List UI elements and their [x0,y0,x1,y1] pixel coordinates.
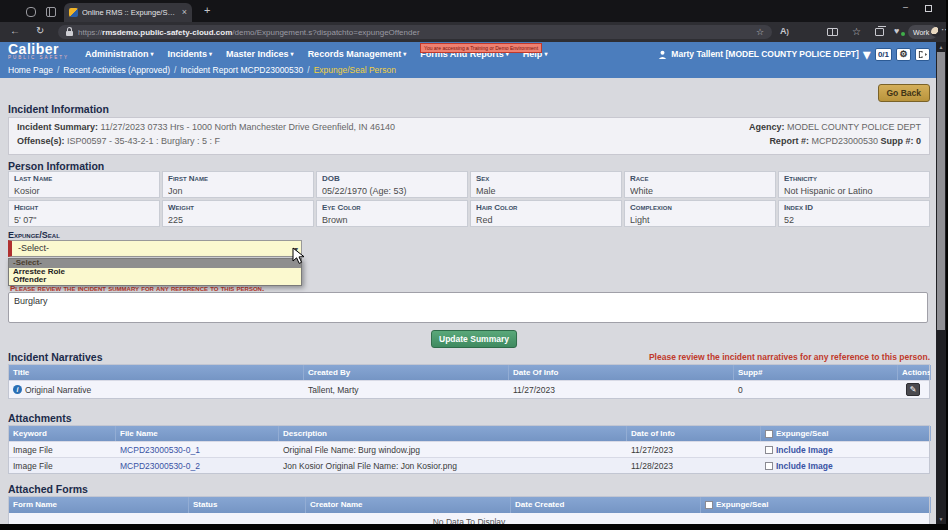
agency-label: Agency: [749,122,785,132]
person-field-hair-color: Hair ColorRed [470,200,622,227]
attachment-description: Jon Kosior Original File Name: Jon Kosio… [279,458,627,473]
new-tab-button[interactable]: + [204,4,210,16]
column-att-date: Date of Info [627,426,761,441]
breadcrumb-separator: / [174,65,176,75]
attachment-file-link[interactable]: MCPD23000530-0_2 [116,458,279,473]
column-actions: Actions [898,365,931,380]
include-image-label[interactable]: Include Image [776,461,833,471]
person-field-sex: SexMale [470,171,622,198]
attachment-date: 11/27/2023 [627,442,761,457]
breadcrumb-home[interactable]: Home Page [8,65,53,75]
chevron-down-icon: ▾ [403,51,406,57]
expunge-seal-all-checkbox[interactable] [765,430,773,438]
include-image-checkbox[interactable] [765,462,773,470]
attachment-file-link[interactable]: MCPD23000530-0_1 [116,442,279,457]
profile-label: Work [913,29,929,36]
workspaces-icon[interactable] [26,7,36,17]
current-user[interactable]: Marty Tallent [MODEL COUNTY POLICE DEPT] [671,49,859,59]
offenses-value: ISP00597 - 35-43-2-1 : Burglary : 5 : F [67,136,220,146]
attachment-row: Image File MCPD23000530-0_1 Original Fil… [9,441,929,457]
info-icon[interactable]: i [13,385,22,394]
menu-administration[interactable]: Administration▾ [85,49,154,59]
split-screen-icon[interactable] [827,28,838,36]
supp-number-value: 0 [916,136,921,146]
chevron-down-icon[interactable]: ▾ [863,45,871,64]
person-information-grid: Last NameKosior First NameJon DOB05/22/1… [8,171,930,227]
person-field-dob: DOB05/22/1970 (Age: 53) [316,171,468,198]
attachment-keyword: Image File [9,458,116,473]
scrollbar-thumb[interactable] [937,52,945,330]
narratives-warning: Please review the incident narratives fo… [649,352,930,362]
edit-narrative-icon[interactable]: ✎ [906,383,920,396]
tab-actions-icon[interactable] [46,7,56,17]
expunge-seal-select[interactable]: -Select- ▾ [8,240,302,257]
expunge-seal-title: Expunge/Seal [8,230,60,240]
column-expunge-seal: Expunge/Seal [776,426,828,441]
menu-master-indices[interactable]: Master Indices▾ [226,49,294,59]
collections-icon[interactable] [875,28,884,36]
attachments-title: Attachments [8,412,72,424]
person-field-height: Height5' 07" [8,200,160,227]
breadcrumb-separator: / [57,65,59,75]
option-offender[interactable]: Offender [9,276,301,285]
include-image-label[interactable]: Include Image [776,445,833,455]
logout-icon[interactable] [915,48,930,61]
column-date-of-info: Date Of Info [509,365,734,380]
read-aloud-icon[interactable]: A [780,26,789,36]
breadcrumb-incident-report[interactable]: Incident Report MCPD23000530 [180,65,303,75]
window-restore-button[interactable] [925,5,932,12]
column-keyword: Keyword [9,426,116,441]
narratives-table: Title Created By Date Of Info Supp# Acti… [8,364,930,399]
column-date-created: Date Created [511,497,701,513]
profile-chip[interactable]: Work [908,25,938,39]
attachment-row: Image File MCPD23000530-0_2 Jon Kosior O… [9,457,929,473]
scroll-down-icon[interactable]: ▼ [936,516,946,522]
option-arrestee-role[interactable]: Arrestee Role [9,268,301,277]
narrative-title: Original Narrative [25,385,91,395]
attachment-date: 11/28/2023 [627,458,761,473]
go-back-button[interactable]: Go Back [878,84,931,102]
summary-textarea[interactable]: Burglary [8,292,928,323]
person-field-race: RaceWhite [624,171,776,198]
update-summary-button[interactable]: Update Summary [431,330,517,348]
forms-expunge-seal-checkbox[interactable] [705,501,713,509]
mouse-cursor [292,247,308,265]
expunge-seal-dropdown: -Select- Arrestee Role Offender [8,258,302,286]
menu-records-management[interactable]: Records Management▾ [308,49,407,59]
settings-gear-icon[interactable]: ⚙ [896,48,911,61]
narrative-date: 11/27/2023 [509,381,734,398]
browser-tab[interactable]: Online RMS :: Expunge/Seal Offe × [64,3,192,22]
address-bar[interactable]: https://rmsdemo.public-safety-cloud.com/… [58,25,772,39]
back-icon[interactable]: ← [10,25,20,36]
https-lock-icon[interactable] [66,31,73,36]
column-supp: Supp# [734,365,898,380]
breadcrumb-separator: / [307,65,309,75]
window-bottom-edge [0,524,948,530]
tab-close-icon[interactable]: × [182,8,187,17]
narrative-supp: 0 [734,381,898,398]
incident-summary-label: Incident Summary: [17,122,98,132]
column-creator-name: Creator Name [306,497,511,513]
person-field-first-name: First NameJon [162,171,314,198]
incident-summary-value: 11/27/2023 0733 Hrs - 1000 North Manches… [101,122,396,132]
breadcrumb-recent-activities[interactable]: Recent Activities (Approved) [63,65,170,75]
bookmark-star-icon[interactable]: ☆ [756,27,764,37]
person-field-last-name: Last NameKosior [8,171,160,198]
breadcrumb-current: Expunge/Seal Person [314,65,396,75]
column-status: Status [189,497,306,513]
person-field-weight: Weight225 [162,200,314,227]
menu-incidents[interactable]: Incidents▾ [168,49,213,59]
column-form-name: Form Name [9,497,189,513]
include-image-checkbox[interactable] [765,446,773,454]
task-counter-button[interactable]: 0/1 [875,48,892,61]
profile-avatar [931,27,941,37]
person-field-index-id: Index ID52 [778,200,930,227]
window-minimize-button[interactable]: – [903,2,908,12]
browser-essentials-icon[interactable]: ♥ [894,26,899,36]
favorites-icon[interactable]: ☆ [852,26,861,37]
page-scrollbar[interactable]: ▲ ▼ [936,42,946,524]
scroll-up-icon[interactable]: ▲ [936,44,946,50]
chevron-down-icon: ▾ [544,51,547,57]
refresh-icon[interactable]: ↻ [36,25,44,36]
user-icon [658,50,667,59]
